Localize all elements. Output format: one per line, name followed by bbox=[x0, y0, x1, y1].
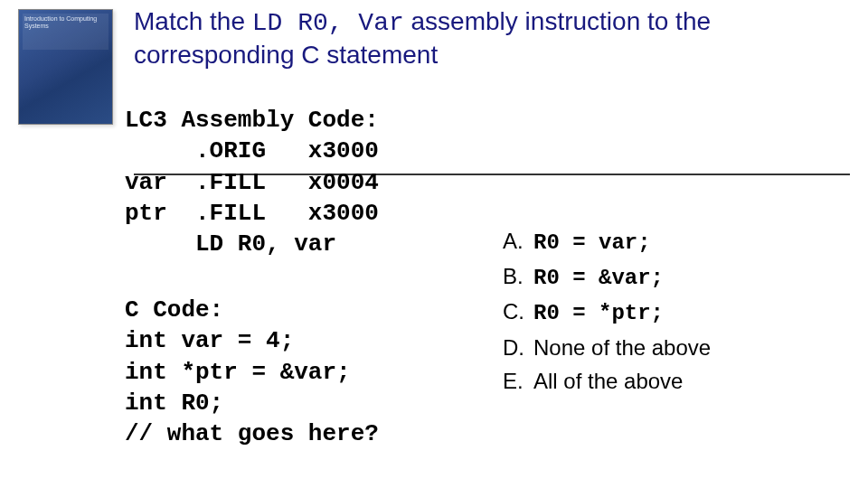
answer-letter: D. bbox=[503, 331, 533, 364]
c-line-3: int *ptr = &var; bbox=[125, 359, 351, 386]
answer-e: E. All of the above bbox=[503, 364, 711, 398]
title-prefix: Match the bbox=[134, 7, 252, 35]
answer-d: D. None of the above bbox=[503, 331, 711, 364]
answer-text: All of the above bbox=[533, 364, 683, 398]
c-line-4: int R0; bbox=[125, 389, 223, 417]
answer-text: None of the above bbox=[533, 331, 711, 364]
assembly-code-block: LC3 Assembly Code: .ORIG x3000 var .FILL… bbox=[125, 105, 379, 260]
c-code-block: C Code: int var = 4; int *ptr = &var; in… bbox=[125, 295, 379, 450]
answer-a: A. R0 = var; bbox=[503, 224, 711, 259]
answer-c: C. R0 = *ptr; bbox=[503, 295, 711, 330]
title-code: LD R0, Var bbox=[252, 9, 404, 37]
asm-line-3: var .FILL x0004 bbox=[125, 169, 379, 196]
answer-letter: A. bbox=[503, 224, 533, 258]
answer-choices: A. R0 = var; B. R0 = &var; C. R0 = *ptr;… bbox=[503, 224, 711, 398]
answer-letter: B. bbox=[503, 259, 533, 293]
answer-text: R0 = &var; bbox=[533, 261, 664, 295]
book-cover-caption: Introduction to Computing Systems bbox=[24, 15, 107, 31]
answer-letter: C. bbox=[503, 295, 533, 328]
c-line-2: int var = 4; bbox=[125, 327, 294, 354]
asm-line-5: LD R0, var bbox=[125, 230, 336, 258]
answer-letter: E. bbox=[503, 364, 533, 398]
slide-title: Match the LD R0, Var assembly instructio… bbox=[134, 5, 850, 70]
answer-text: R0 = *ptr; bbox=[533, 296, 664, 330]
c-line-5: // what goes here? bbox=[125, 420, 379, 447]
c-line-1: C Code: bbox=[125, 296, 223, 324]
answer-text: R0 = var; bbox=[533, 226, 651, 259]
book-cover-thumbnail: Introduction to Computing Systems bbox=[18, 9, 113, 125]
asm-line-4: ptr .FILL x3000 bbox=[125, 200, 379, 227]
answer-b: B. R0 = &var; bbox=[503, 259, 711, 295]
asm-line-2: .ORIG x3000 bbox=[125, 137, 379, 164]
asm-line-1: LC3 Assembly Code: bbox=[125, 107, 379, 134]
